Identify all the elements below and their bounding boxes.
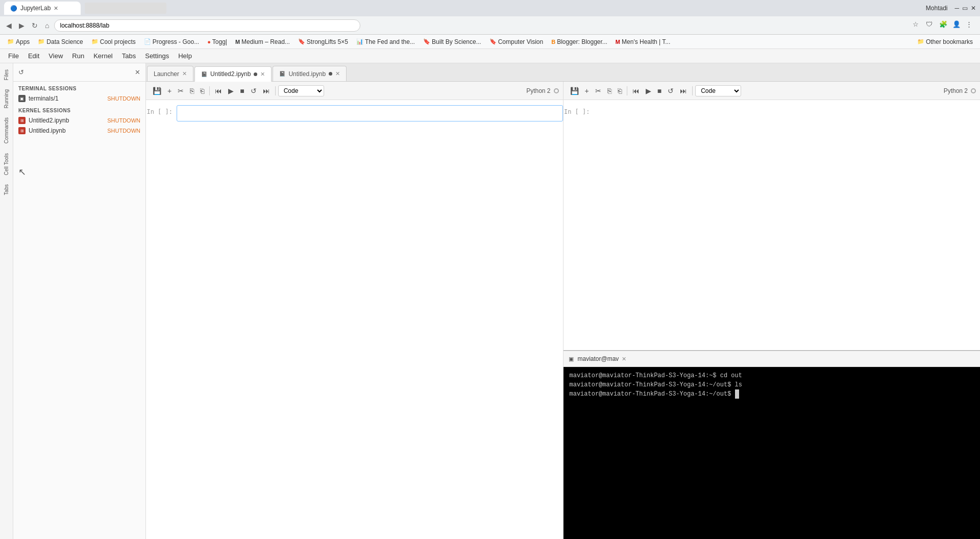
blogger-icon: B [551,39,555,45]
panel-close-button[interactable]: ✕ [135,68,140,76]
terminal-tab-label: maviator@mav [578,355,619,362]
bookmark-toggl-label: Togg| [212,38,227,45]
bookmark-apps[interactable]: 📁 Apps [4,37,33,46]
computervision-icon: 🔖 [489,38,497,45]
save-button-right[interactable]: 💾 [568,86,581,96]
toolbar-icons: ☆ 🛡 🧩 👤 ⋮ [913,20,976,31]
bookmark-toggl[interactable]: ● Togg| [204,37,230,46]
kernel-session-icon-1: ⊞ [18,127,26,134]
kernel-session-left-0: ⊞ Untitled2.ipynb [18,117,69,124]
menu-file[interactable]: File [4,51,23,61]
run-button-left[interactable]: ▶ [226,86,236,96]
stop-button-right[interactable]: ■ [655,86,664,96]
run-button-right[interactable]: ▶ [643,86,654,96]
browser-tab-close[interactable]: ✕ [54,5,58,12]
panel-refresh-button[interactable]: ↺ [18,68,24,76]
terminal-line-1: maviator@maviator-ThinkPad-S3-Yoga-14:~/… [570,380,974,389]
bookmark-builtbyscience[interactable]: 🔖 Built By Science... [420,37,484,46]
tab-untitled2-close[interactable]: ✕ [260,71,265,78]
terminal-titlebar: ▣ maviator@mav ✕ [564,351,981,367]
profile-icon[interactable]: 👤 [952,20,963,31]
menu-settings[interactable]: Settings [141,51,173,61]
copy-button-right[interactable]: ⎘ [605,86,614,96]
cell-body-right-0[interactable] [594,105,981,121]
bookmark-datascience[interactable]: 📁 Data Science [35,37,86,46]
menu-kernel[interactable]: Kernel [89,51,117,61]
notebook-toolbar-right: 💾 + ✂ ⎘ ⎗ ⏮ ▶ ■ ↺ ⏭ [564,82,981,100]
cell-type-select-left[interactable]: Code Markdown Raw [278,85,324,96]
kernel-name-left: Python 2 [526,87,550,94]
forward-button[interactable]: ▶ [17,20,27,31]
url-bar[interactable] [54,19,360,32]
copy-button-left[interactable]: ⎘ [187,86,197,96]
bookmark-coolprojects[interactable]: 📁 Cool projects [88,37,139,46]
terminal-session-item[interactable]: ▣ terminals/1 SHUTDOWN [13,93,145,104]
save-button-left[interactable]: 💾 [150,86,164,96]
tab-untitled2[interactable]: 📓 Untitled2.ipynb ✕ [194,66,272,82]
sidebar-running-label[interactable]: Running [2,85,11,112]
cell-left-0: In [ ]: [146,104,563,122]
restart-run-button-left[interactable]: ⏭ [260,86,273,96]
extensions-icon[interactable]: 🧩 [939,20,949,31]
bookmark-coolprojects-label: Cool projects [100,38,136,45]
kernel-shutdown-button-0[interactable]: SHUTDOWN [107,117,140,124]
menu-tabs[interactable]: Tabs [118,51,140,61]
menu-help[interactable]: Help [174,51,196,61]
toolbar-separator2-left [275,86,276,95]
sidebar-celltools-label[interactable]: Cell Tools [2,149,11,179]
toolbar-separator-left [209,86,210,95]
bookmark-fed[interactable]: 📊 The Fed and the... [353,37,418,46]
cell-type-select-right[interactable]: Code Markdown Raw [695,85,741,96]
menu-view[interactable]: View [44,51,67,61]
run-prev-button-right[interactable]: ⏮ [630,86,642,96]
menu-edit[interactable]: Edit [24,51,43,61]
kernel-session-item-0[interactable]: ⊞ Untitled2.ipynb SHUTDOWN [13,115,145,126]
restart-run-button-right[interactable]: ⏭ [677,86,690,96]
restart-button-right[interactable]: ↺ [665,86,676,96]
terminal-tab-close[interactable]: ✕ [622,356,626,362]
settings-icon[interactable]: ⋮ [966,20,976,31]
kernel-shutdown-button-1[interactable]: SHUTDOWN [107,128,140,134]
cut-button-right[interactable]: ✂ [593,86,604,96]
terminal-shutdown-button[interactable]: SHUTDOWN [107,95,140,102]
add-cell-button-left[interactable]: + [165,86,174,96]
tab-launcher-close[interactable]: ✕ [182,70,187,77]
back-button[interactable]: ◀ [4,20,14,31]
bookmark-progress[interactable]: 📄 Progress - Goo... [141,37,202,46]
terminal-content[interactable]: maviator@maviator-ThinkPad-S3-Yoga-14:~$… [564,367,981,539]
kernel-info-left: Python 2 [526,87,558,94]
paste-button-right[interactable]: ⎗ [615,86,624,96]
sidebar-tabs-label[interactable]: Tabs [2,180,11,199]
home-button[interactable]: ⌂ [43,20,51,31]
bookmark-stronglifts[interactable]: 🔖 StrongLifts 5×5 [295,37,351,46]
tab-untitled[interactable]: 📓 Untitled.ipynb ✕ [273,66,347,81]
bookmark-other[interactable]: 📁 Other bookmarks [914,37,976,46]
cell-body-left-0[interactable] [177,105,563,121]
kernel-session-item-1[interactable]: ⊞ Untitled.ipynb SHUTDOWN [13,126,145,136]
sidebar-commands-label[interactable]: Commands [2,113,11,148]
restart-button-left[interactable]: ↺ [248,86,259,96]
browser-title-user: Mohtadi [926,5,948,12]
reload-button[interactable]: ↻ [30,20,40,31]
bookmark-apps-label: Apps [16,38,30,45]
menu-run[interactable]: Run [68,51,88,61]
paste-button-left[interactable]: ⎗ [198,86,207,96]
bookmark-menshealth[interactable]: M Men's Health | T... [612,37,673,46]
sidebar-files-label[interactable]: Files [2,65,11,84]
bookmark-star-icon[interactable]: ☆ [913,20,923,31]
tab-untitled-modified-dot [329,72,332,76]
cut-button-left[interactable]: ✂ [175,86,186,96]
browser-tab[interactable]: 🔵 JupyterLab ✕ [4,2,81,15]
tab-untitled-label: Untitled.ipynb [288,70,326,78]
run-prev-button-left[interactable]: ⏮ [212,86,225,96]
terminal-tab[interactable]: maviator@mav ✕ [578,355,627,362]
bookmark-computervision[interactable]: 🔖 Computer Vision [486,37,547,46]
tab-untitled-close[interactable]: ✕ [335,70,340,77]
tab-launcher[interactable]: Launcher ✕ [147,66,193,81]
bookmark-blogger[interactable]: B Blogger: Blogger... [548,37,610,46]
stop-button-left[interactable]: ■ [237,86,247,96]
browser-title-right: Mohtadi ─ ▭ ✕ [926,5,976,12]
add-cell-button-right[interactable]: + [582,86,592,96]
notebooks-area: 💾 + ✂ ⎘ ⎗ ⏮ ▶ ■ ↺ ⏭ [146,82,980,539]
bookmark-medium[interactable]: M Medium – Read... [232,37,293,46]
